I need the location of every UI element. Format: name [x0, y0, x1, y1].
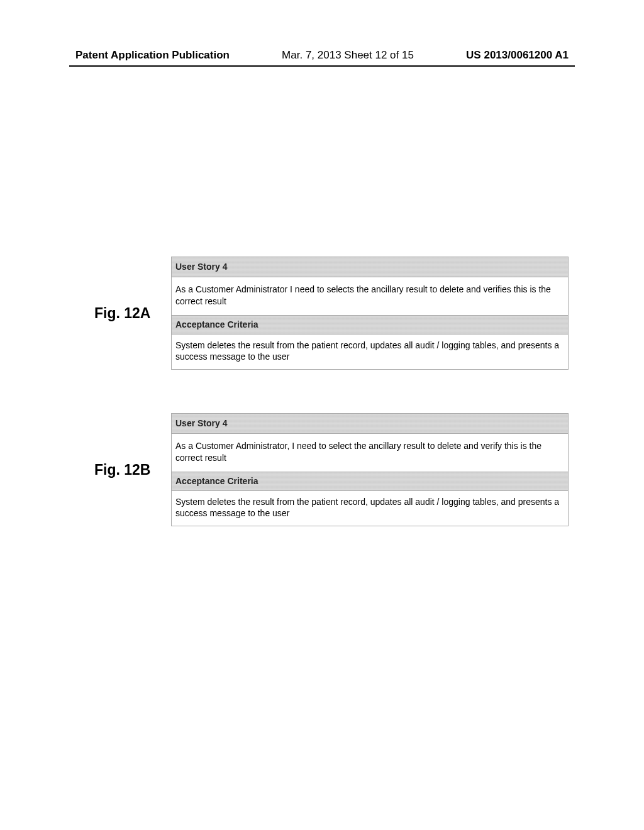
publication-label: Patent Application Publication: [75, 49, 230, 62]
figure-12b-block: Fig. 12B User Story 4 As a Customer Admi…: [94, 413, 569, 526]
publication-number: US 2013/0061200 A1: [466, 49, 569, 62]
page-header: Patent Application Publication Mar. 7, 2…: [0, 49, 644, 62]
user-story-header: User Story 4: [172, 414, 568, 434]
user-story-table-12b: User Story 4 As a Customer Administrator…: [171, 413, 569, 526]
acceptance-criteria-body: System deletes the result from the patie…: [172, 335, 568, 370]
figure-12a-block: Fig. 12A User Story 4 As a Customer Admi…: [94, 257, 569, 370]
publication-date-sheet: Mar. 7, 2013 Sheet 12 of 15: [282, 49, 414, 62]
figure-label-12b: Fig. 12B: [94, 462, 162, 479]
user-story-table-12a: User Story 4 As a Customer Administrator…: [171, 257, 569, 370]
user-story-header: User Story 4: [172, 257, 568, 277]
acceptance-criteria-body: System deletes the result from the patie…: [172, 491, 568, 526]
acceptance-criteria-header: Acceptance Criteria: [172, 472, 568, 491]
figure-label-12a: Fig. 12A: [94, 305, 162, 322]
user-story-body: As a Customer Administrator I need to se…: [172, 277, 568, 316]
acceptance-criteria-header: Acceptance Criteria: [172, 316, 568, 335]
user-story-body: As a Customer Administrator, I need to s…: [172, 434, 568, 472]
header-divider: [69, 65, 575, 67]
